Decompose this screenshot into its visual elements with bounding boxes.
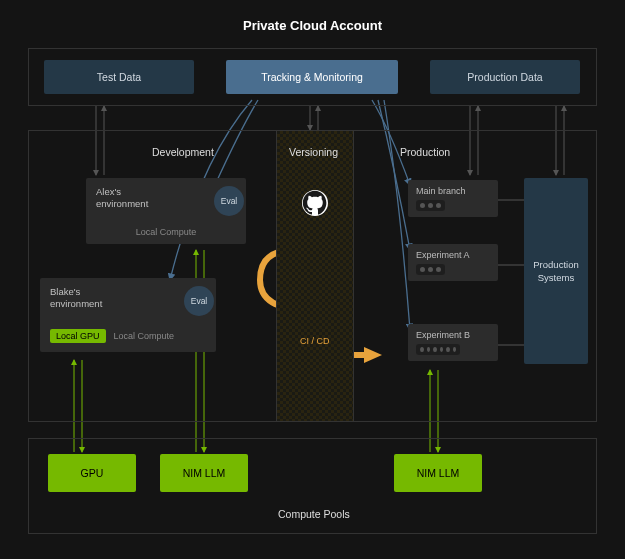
blake-eval-badge: Eval <box>184 286 214 316</box>
versioning-label: Versioning <box>289 146 338 158</box>
tracking-monitoring-box: Tracking & Monitoring <box>226 60 398 94</box>
development-label: Development <box>152 146 214 158</box>
blake-local-compute-label: Local Compute <box>110 329 179 343</box>
test-data-box: Test Data <box>44 60 194 94</box>
blake-env-title: Blake's environment <box>50 286 206 311</box>
gpu-box: GPU <box>48 454 136 492</box>
production-data-box: Production Data <box>430 60 580 94</box>
experiment-a-dots <box>416 264 445 275</box>
nim-llm-box-2: NIM LLM <box>394 454 482 492</box>
experiment-b-dots <box>416 344 460 355</box>
compute-pools-label: Compute Pools <box>278 508 350 520</box>
experiment-b-box: Experiment B <box>408 324 498 361</box>
production-systems-box: Production Systems <box>524 178 588 364</box>
versioning-column <box>276 131 354 421</box>
production-label: Production <box>400 146 450 158</box>
github-icon <box>302 190 328 216</box>
main-branch-dots <box>416 200 445 211</box>
blake-local-gpu-badge: Local GPU <box>50 329 106 343</box>
alex-eval-badge: Eval <box>214 186 244 216</box>
nim-llm-box-1: NIM LLM <box>160 454 248 492</box>
alex-local-compute-label: Local Compute <box>132 225 201 239</box>
cicd-label: CI / CD <box>300 336 330 346</box>
diagram-title: Private Cloud Account <box>0 0 625 47</box>
main-branch-label: Main branch <box>416 186 490 196</box>
experiment-a-label: Experiment A <box>416 250 490 260</box>
main-branch-box: Main branch <box>408 180 498 217</box>
experiment-b-label: Experiment B <box>416 330 490 340</box>
experiment-a-box: Experiment A <box>408 244 498 281</box>
